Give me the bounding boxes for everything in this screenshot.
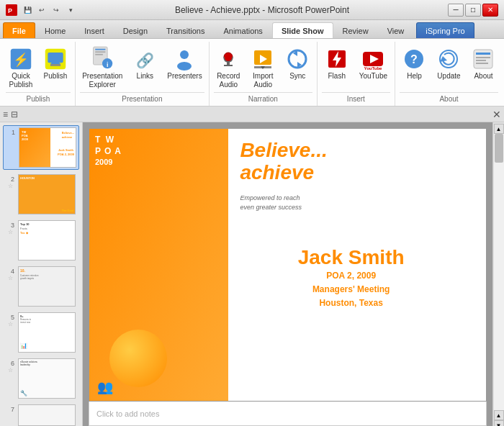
svg-rect-18 (224, 65, 233, 66)
speaker-details: POA 2, 2009 Managers' Meeting Houston, T… (232, 269, 470, 311)
scroll-track[interactable] (494, 134, 504, 410)
save-qa-btn[interactable]: 💾 (22, 4, 33, 16)
outline-view-icon[interactable]: ⊟ (11, 109, 18, 119)
svg-rect-7 (50, 64, 60, 66)
publish-buttons: ⚡ QuickPublish Publish (5, 42, 71, 92)
quick-publish-btn[interactable]: ⚡ QuickPublish (5, 45, 37, 92)
slide-thumb-2[interactable]: 2 ☆ HOUSTON The Goal (3, 173, 79, 216)
slide-thumb-6[interactable]: 6 ☆ eDucate solutionsleadership 🔧 (3, 357, 79, 400)
slide-thumb-5[interactable]: 5 ☆ 9+ Reasons toinvest now 📊 (3, 311, 79, 354)
tab-design[interactable]: Design (114, 22, 157, 38)
slide-star-6: ☆ (8, 367, 13, 373)
import-audio-btn[interactable]: ImportAudio (247, 45, 279, 92)
publish-icon (44, 47, 67, 71)
title-left: P 💾 ↩ ↪ ▾ (6, 4, 76, 16)
pres-explorer-label: PresentationExplorer (82, 72, 122, 89)
update-label: Update (437, 72, 460, 81)
publish-btn[interactable]: Publish (40, 45, 71, 83)
about-buttons: ? Help Update (398, 42, 499, 92)
slide-preview-4: 10. Customer retentiongrowth targets (18, 266, 76, 307)
tab-file[interactable]: File (3, 22, 35, 38)
tab-home[interactable]: Home (35, 22, 75, 38)
app-icon: P (6, 4, 17, 16)
speaker-detail1: POA 2, 2009 (232, 269, 470, 283)
insert-buttons: Flash YouTube YouTube (321, 42, 391, 92)
subtext-area: Empowered to reach even greater success (240, 194, 302, 212)
ribbon-group-about: ? Help Update (395, 42, 503, 106)
svg-text:P: P (8, 7, 12, 14)
panel-header: ≡ ⊟ ✕ (0, 106, 504, 122)
import-audio-icon (251, 47, 274, 71)
notes-placeholder: Click to add notes (96, 409, 159, 418)
flash-label: Flash (328, 72, 346, 81)
presenters-icon (173, 47, 196, 71)
tab-transitions[interactable]: Transitions (157, 22, 214, 38)
presentation-explorer-btn[interactable]: i PresentationExplorer (78, 45, 126, 92)
tab-slideshow[interactable]: Slide Show (272, 22, 333, 38)
slide-background: T W P O A 2009 Believe... achieve Empowe… (89, 129, 486, 401)
tab-view[interactable]: View (378, 22, 414, 38)
more-qa-btn[interactable]: ▾ (65, 4, 76, 16)
speaker-info: Jack Smith POA 2, 2009 Managers' Meeting… (232, 246, 470, 311)
record-audio-label: RecordAudio (217, 72, 240, 89)
quick-publish-icon: ⚡ (9, 47, 32, 71)
update-btn[interactable]: Update (433, 45, 464, 83)
presentation-buttons: i PresentationExplorer 🔗 Links (78, 42, 206, 92)
minimize-btn[interactable]: ─ (448, 4, 464, 17)
publish-label: Publish (44, 72, 68, 81)
presenters-label: Presenters (167, 72, 202, 81)
slide-thumb-7[interactable]: 7 (3, 403, 79, 426)
subtext2: even greater success (240, 203, 302, 212)
youtube-btn[interactable]: YouTube YouTube (356, 45, 391, 83)
slide-thumb-3[interactable]: 3 ☆ Top 10 Facts Tex ◆ (3, 219, 79, 262)
about-icon (472, 47, 495, 71)
slide-star-3: ☆ (8, 229, 13, 235)
ribbon-group-insert: Flash YouTube YouTube Insert (318, 42, 395, 106)
undo-qa-btn[interactable]: ↩ (36, 4, 48, 16)
flash-btn[interactable]: Flash (321, 45, 353, 83)
tab-ispring[interactable]: iSpring Pro (416, 22, 474, 38)
maximize-btn[interactable]: □ (465, 4, 481, 17)
close-btn[interactable]: ✕ (482, 4, 498, 17)
sync-btn[interactable]: Sync (282, 45, 313, 83)
tab-animations[interactable]: Animations (214, 22, 271, 38)
slide-thumb-4[interactable]: 4 ☆ 10. Customer retentiongrowth targets (3, 265, 79, 308)
ribbon-group-narration: RecordAudio ImportAudio (210, 42, 318, 106)
notes-area[interactable]: Click to add notes (89, 402, 487, 426)
speaker-name: Jack Smith (232, 246, 470, 269)
redo-qa-btn[interactable]: ↪ (50, 4, 62, 16)
balloon-decoration (109, 330, 167, 387)
scroll-thumb[interactable] (495, 134, 503, 163)
svg-text:YouTube: YouTube (364, 66, 382, 71)
links-btn[interactable]: 🔗 Links (129, 45, 161, 83)
slides-view-icon[interactable]: ≡ (3, 109, 8, 119)
presenters-btn[interactable]: Presenters (163, 45, 205, 83)
scroll-up-btn[interactable]: ▲ (494, 124, 504, 134)
window-title: Believe - Achieve.pptx - Microsoft Power… (76, 5, 448, 15)
slide-content: T W P O A 2009 Believe... achieve Empowe… (83, 122, 492, 426)
scroll-arrow-up-small[interactable]: ▲ (494, 410, 504, 420)
logo-poa: P O A (95, 146, 122, 158)
svg-rect-36 (476, 60, 486, 61)
slide-thumb-1[interactable]: 1 Believe...achieve Jack SmithPOA 2, 200… (3, 125, 79, 170)
slide-preview-6: eDucate solutionsleadership 🔧 (18, 358, 76, 399)
tab-insert[interactable]: Insert (75, 22, 114, 38)
subtext1: Empowered to reach (240, 194, 302, 203)
headline2: achieve (240, 161, 314, 183)
slide-num-7: 7 (4, 406, 14, 413)
tab-review[interactable]: Review (333, 22, 378, 38)
svg-rect-34 (476, 53, 490, 55)
svg-rect-9 (95, 49, 105, 50)
help-btn[interactable]: ? Help (398, 45, 430, 83)
about-info-btn[interactable]: About (467, 45, 499, 83)
svg-point-16 (224, 53, 233, 61)
panel-close-btn[interactable]: ✕ (492, 109, 501, 120)
scroll-arrow-down-small[interactable]: ▼ (494, 420, 504, 426)
logo-year: 2009 (95, 157, 122, 167)
slide-preview-1: Believe...achieve Jack SmithPOA 2, 2009 … (19, 127, 76, 168)
sync-label: Sync (289, 72, 305, 81)
speaker-detail2: Managers' Meeting (232, 283, 470, 296)
ribbon-content: ⚡ QuickPublish Publish (0, 39, 504, 106)
record-audio-btn[interactable]: RecordAudio (212, 45, 244, 92)
help-label: Help (407, 72, 422, 81)
